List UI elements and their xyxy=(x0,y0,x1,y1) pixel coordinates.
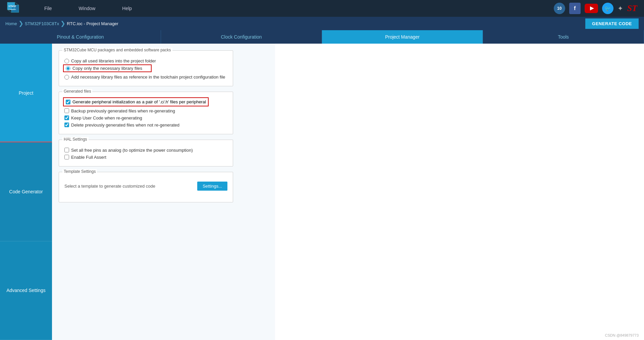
check-backup-label[interactable]: Backup previously generated files when r… xyxy=(71,108,175,113)
share-icon[interactable]: ✦ xyxy=(618,4,623,12)
main-panel: STM32Cube MCU packages and embedded soft… xyxy=(52,44,275,340)
sidebar-item-advanced-settings[interactable]: Advanced Settings xyxy=(0,241,52,340)
check-keep-user-label[interactable]: Keep User Code when re-generating xyxy=(71,115,142,120)
check-gen-peripheral[interactable] xyxy=(66,100,70,104)
check-free-pins-label[interactable]: Set all free pins as analog (to optimize… xyxy=(71,148,193,153)
tab-clock[interactable]: Clock Configuration xyxy=(161,30,322,44)
radio-add-reference-row: Add necessary library files as reference… xyxy=(64,74,227,81)
tab-pinout[interactable]: Pinout & Configuration xyxy=(0,30,161,44)
radio-copy-necessary[interactable] xyxy=(66,66,70,71)
breadcrumb-arrow-2: ❯ xyxy=(60,20,65,27)
check-delete-prev[interactable] xyxy=(64,123,69,127)
radio-copy-necessary-row: Copy only the necessary library files xyxy=(64,65,151,71)
check-gen-peripheral-row: Generate peripheral initialization as a … xyxy=(64,98,208,106)
breadcrumb-arrow-1: ❯ xyxy=(18,20,23,27)
svg-line-5 xyxy=(15,2,19,5)
template-settings-button[interactable]: Settings... xyxy=(197,182,227,191)
check-keep-user-row: Keep User Code when re-generating xyxy=(64,114,227,122)
check-free-pins-row: Set all free pins as analog (to optimize… xyxy=(64,147,227,154)
watermark: CSDN @849879773 xyxy=(605,333,639,337)
generated-files-legend: Generated files xyxy=(62,89,92,94)
template-placeholder-text: Select a template to generate customized… xyxy=(64,184,194,189)
mcu-packages-legend: STM32Cube MCU packages and embedded soft… xyxy=(62,48,172,52)
template-row: Select a template to generate customized… xyxy=(64,180,227,192)
content-area: Project Code Generator Advanced Settings… xyxy=(0,44,644,340)
menu-help[interactable]: Help xyxy=(122,6,132,11)
check-full-assert[interactable] xyxy=(64,155,69,159)
radio-copy-all-row: Copy all used libraries into the project… xyxy=(64,57,227,64)
breadcrumb-bar: Home ❯ STM32F103C8Tx ❯ RTC.ioc - Project… xyxy=(0,17,644,30)
check-free-pins[interactable] xyxy=(64,148,69,152)
radio-copy-all-label[interactable]: Copy all used libraries into the project… xyxy=(71,58,156,63)
hal-settings-legend: HAL Settings xyxy=(62,137,89,142)
svg-text:CubeMX: CubeMX xyxy=(8,8,16,10)
sidebar: Project Code Generator Advanced Settings xyxy=(0,44,52,340)
svg-text:STM32: STM32 xyxy=(8,5,16,7)
breadcrumb-home[interactable]: Home xyxy=(5,21,17,26)
main-tabs: Pinout & Configuration Clock Configurati… xyxy=(0,30,644,44)
top-menu: File Window Help xyxy=(44,6,554,11)
top-bar: STM32 CubeMX File Window Help 10 f 🐦 ✦ S… xyxy=(0,0,644,17)
check-gen-peripheral-label[interactable]: Generate peripheral initialization as a … xyxy=(72,99,206,104)
right-panel xyxy=(275,44,644,340)
template-settings-section: Template Settings Select a template to g… xyxy=(59,172,233,202)
mcu-packages-section: STM32Cube MCU packages and embedded soft… xyxy=(59,50,233,86)
svg-marker-9 xyxy=(590,6,594,10)
radio-add-reference[interactable] xyxy=(64,75,69,80)
twitter-icon[interactable]: 🐦 xyxy=(602,3,613,14)
template-settings-legend: Template Settings xyxy=(62,169,97,174)
hal-settings-section: HAL Settings Set all free pins as analog… xyxy=(59,140,233,166)
check-backup-row: Backup previously generated files when r… xyxy=(64,107,227,114)
generate-code-button[interactable]: GENERATE CODE xyxy=(585,18,639,29)
sidebar-item-project[interactable]: Project xyxy=(0,44,52,142)
version-icon: 10 xyxy=(554,3,565,14)
tab-project-manager[interactable]: Project Manager xyxy=(322,30,483,44)
menu-window[interactable]: Window xyxy=(79,6,96,11)
logo-area: STM32 CubeMX xyxy=(7,2,24,15)
sidebar-item-code-generator[interactable]: Code Generator xyxy=(0,142,52,241)
check-full-assert-label[interactable]: Enable Full Assert xyxy=(71,155,106,160)
facebook-icon[interactable]: f xyxy=(569,3,581,14)
check-delete-prev-label[interactable]: Delete previously generated files when n… xyxy=(71,123,179,128)
top-right-icons: 10 f 🐦 ✦ ST xyxy=(554,3,637,14)
menu-file[interactable]: File xyxy=(44,6,52,11)
radio-add-reference-label[interactable]: Add necessary library files as reference… xyxy=(71,75,225,80)
youtube-icon[interactable] xyxy=(585,4,598,13)
generated-files-section: Generated files Generate peripheral init… xyxy=(59,92,233,134)
radio-copy-necessary-label[interactable]: Copy only the necessary library files xyxy=(72,66,142,71)
check-backup[interactable] xyxy=(64,108,69,113)
tab-tools[interactable]: Tools xyxy=(483,30,644,44)
breadcrumb-chip[interactable]: STM32F103C8Tx xyxy=(25,21,59,26)
st-brand-logo: ST xyxy=(627,3,637,13)
check-keep-user[interactable] xyxy=(64,115,69,120)
breadcrumb-file[interactable]: RTC.ioc - Project Manager xyxy=(67,21,118,26)
stm32-logo-icon: STM32 CubeMX xyxy=(7,2,22,15)
check-delete-prev-row: Delete previously generated files when n… xyxy=(64,122,227,129)
radio-copy-all[interactable] xyxy=(64,59,69,63)
check-full-assert-row: Enable Full Assert xyxy=(64,154,227,161)
